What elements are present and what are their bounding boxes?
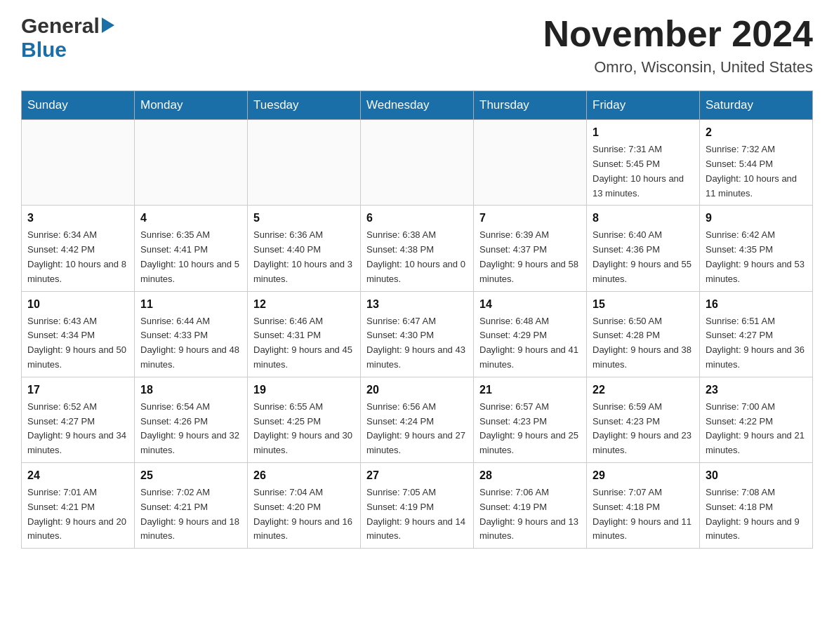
week-row-4: 17Sunrise: 6:52 AMSunset: 4:27 PMDayligh…	[22, 377, 813, 462]
day-info: Sunrise: 6:47 AMSunset: 4:30 PMDaylight:…	[366, 314, 468, 373]
day-info: Sunrise: 6:40 AMSunset: 4:36 PMDaylight:…	[593, 228, 694, 286]
week-row-5: 24Sunrise: 7:01 AMSunset: 4:21 PMDayligh…	[22, 462, 813, 548]
day-info: Sunrise: 6:48 AMSunset: 4:29 PMDaylight:…	[479, 314, 581, 373]
day-number: 21	[479, 382, 581, 398]
day-number: 30	[706, 467, 807, 484]
day-info: Sunrise: 6:51 AMSunset: 4:27 PMDaylight:…	[706, 314, 807, 373]
day-number: 23	[706, 382, 807, 398]
day-number: 15	[593, 296, 694, 313]
calendar-day-cell: 10Sunrise: 6:43 AMSunset: 4:34 PMDayligh…	[22, 291, 135, 377]
calendar-title: November 2024	[543, 14, 813, 54]
calendar-day-cell: 12Sunrise: 6:46 AMSunset: 4:31 PMDayligh…	[248, 291, 361, 377]
day-number: 18	[140, 382, 241, 398]
week-row-2: 3Sunrise: 6:34 AMSunset: 4:42 PMDaylight…	[22, 206, 813, 291]
calendar-day-cell: 25Sunrise: 7:02 AMSunset: 4:21 PMDayligh…	[135, 462, 248, 548]
day-info: Sunrise: 6:34 AMSunset: 4:42 PMDaylight:…	[27, 228, 128, 286]
week-row-3: 10Sunrise: 6:43 AMSunset: 4:34 PMDayligh…	[22, 291, 813, 377]
calendar-day-cell: 20Sunrise: 6:56 AMSunset: 4:24 PMDayligh…	[361, 377, 474, 462]
day-number: 25	[140, 467, 241, 484]
logo-general-text: General	[21, 14, 100, 38]
day-number: 14	[479, 296, 581, 313]
calendar-day-cell: 8Sunrise: 6:40 AMSunset: 4:36 PMDaylight…	[587, 206, 700, 291]
calendar-day-cell: 14Sunrise: 6:48 AMSunset: 4:29 PMDayligh…	[474, 291, 587, 377]
day-info: Sunrise: 6:39 AMSunset: 4:37 PMDaylight:…	[479, 228, 581, 286]
logo: General Blue	[21, 14, 114, 62]
header: General Blue November 2024 Omro, Wiscons…	[21, 14, 813, 76]
day-info: Sunrise: 7:31 AMSunset: 5:45 PMDaylight:…	[593, 142, 694, 201]
day-number: 28	[479, 467, 581, 484]
calendar-day-cell: 16Sunrise: 6:51 AMSunset: 4:27 PMDayligh…	[700, 291, 813, 377]
day-number: 13	[366, 296, 468, 313]
day-info: Sunrise: 6:59 AMSunset: 4:23 PMDaylight:…	[593, 400, 694, 458]
calendar-day-cell: 30Sunrise: 7:08 AMSunset: 4:18 PMDayligh…	[700, 462, 813, 548]
day-number: 2	[706, 124, 807, 141]
calendar-day-cell: 13Sunrise: 6:47 AMSunset: 4:30 PMDayligh…	[361, 291, 474, 377]
day-info: Sunrise: 7:08 AMSunset: 4:18 PMDaylight:…	[706, 485, 807, 544]
calendar-header-row: SundayMondayTuesdayWednesdayThursdayFrid…	[22, 91, 813, 120]
calendar-day-cell: 4Sunrise: 6:35 AMSunset: 4:41 PMDaylight…	[135, 206, 248, 291]
day-info: Sunrise: 7:07 AMSunset: 4:18 PMDaylight:…	[593, 485, 694, 544]
col-header-tuesday: Tuesday	[248, 91, 361, 120]
day-info: Sunrise: 7:01 AMSunset: 4:21 PMDaylight:…	[27, 485, 128, 544]
day-number: 17	[27, 382, 128, 398]
col-header-sunday: Sunday	[22, 91, 135, 120]
day-info: Sunrise: 7:00 AMSunset: 4:22 PMDaylight:…	[706, 400, 807, 458]
day-number: 27	[366, 467, 468, 484]
day-number: 7	[479, 210, 581, 227]
day-info: Sunrise: 6:38 AMSunset: 4:38 PMDaylight:…	[366, 228, 468, 286]
day-info: Sunrise: 7:06 AMSunset: 4:19 PMDaylight:…	[479, 485, 581, 544]
calendar-day-cell: 5Sunrise: 6:36 AMSunset: 4:40 PMDaylight…	[248, 206, 361, 291]
day-number: 9	[706, 210, 807, 227]
calendar-table: SundayMondayTuesdayWednesdayThursdayFrid…	[21, 90, 813, 549]
svg-marker-0	[102, 18, 114, 33]
calendar-day-cell: 28Sunrise: 7:06 AMSunset: 4:19 PMDayligh…	[474, 462, 587, 548]
calendar-day-cell: 24Sunrise: 7:01 AMSunset: 4:21 PMDayligh…	[22, 462, 135, 548]
col-header-friday: Friday	[587, 91, 700, 120]
day-info: Sunrise: 6:35 AMSunset: 4:41 PMDaylight:…	[140, 228, 241, 286]
day-info: Sunrise: 6:44 AMSunset: 4:33 PMDaylight:…	[140, 314, 241, 373]
calendar-day-cell: 27Sunrise: 7:05 AMSunset: 4:19 PMDayligh…	[361, 462, 474, 548]
day-number: 19	[253, 382, 355, 398]
calendar-day-cell: 19Sunrise: 6:55 AMSunset: 4:25 PMDayligh…	[248, 377, 361, 462]
calendar-day-cell: 22Sunrise: 6:59 AMSunset: 4:23 PMDayligh…	[587, 377, 700, 462]
calendar-subtitle: Omro, Wisconsin, United States	[543, 58, 813, 76]
col-header-saturday: Saturday	[700, 91, 813, 120]
day-number: 10	[27, 296, 128, 313]
calendar-day-cell: 17Sunrise: 6:52 AMSunset: 4:27 PMDayligh…	[22, 377, 135, 462]
col-header-wednesday: Wednesday	[361, 91, 474, 120]
day-number: 12	[253, 296, 355, 313]
day-info: Sunrise: 6:54 AMSunset: 4:26 PMDaylight:…	[140, 400, 241, 458]
col-header-monday: Monday	[135, 91, 248, 120]
calendar-day-cell: 9Sunrise: 6:42 AMSunset: 4:35 PMDaylight…	[700, 206, 813, 291]
calendar-day-cell	[135, 120, 248, 206]
day-number: 20	[366, 382, 468, 398]
calendar-day-cell: 29Sunrise: 7:07 AMSunset: 4:18 PMDayligh…	[587, 462, 700, 548]
week-row-1: 1Sunrise: 7:31 AMSunset: 5:45 PMDaylight…	[22, 120, 813, 206]
day-number: 1	[593, 124, 694, 141]
calendar-day-cell: 2Sunrise: 7:32 AMSunset: 5:44 PMDaylight…	[700, 120, 813, 206]
day-number: 3	[27, 210, 128, 227]
day-number: 16	[706, 296, 807, 313]
day-info: Sunrise: 6:55 AMSunset: 4:25 PMDaylight:…	[253, 400, 355, 458]
day-number: 11	[140, 296, 241, 313]
col-header-thursday: Thursday	[474, 91, 587, 120]
calendar-day-cell: 1Sunrise: 7:31 AMSunset: 5:45 PMDaylight…	[587, 120, 700, 206]
calendar-day-cell: 15Sunrise: 6:50 AMSunset: 4:28 PMDayligh…	[587, 291, 700, 377]
day-info: Sunrise: 7:04 AMSunset: 4:20 PMDaylight:…	[253, 485, 355, 544]
calendar-day-cell: 6Sunrise: 6:38 AMSunset: 4:38 PMDaylight…	[361, 206, 474, 291]
calendar-day-cell: 3Sunrise: 6:34 AMSunset: 4:42 PMDaylight…	[22, 206, 135, 291]
day-number: 5	[253, 210, 355, 227]
day-number: 26	[253, 467, 355, 484]
day-info: Sunrise: 6:42 AMSunset: 4:35 PMDaylight:…	[706, 228, 807, 286]
day-number: 6	[366, 210, 468, 227]
day-info: Sunrise: 6:36 AMSunset: 4:40 PMDaylight:…	[253, 228, 355, 286]
calendar-day-cell	[474, 120, 587, 206]
day-info: Sunrise: 6:50 AMSunset: 4:28 PMDaylight:…	[593, 314, 694, 373]
title-area: November 2024 Omro, Wisconsin, United St…	[543, 14, 813, 76]
day-info: Sunrise: 7:02 AMSunset: 4:21 PMDaylight:…	[140, 485, 241, 544]
calendar-day-cell	[248, 120, 361, 206]
day-info: Sunrise: 6:52 AMSunset: 4:27 PMDaylight:…	[27, 400, 128, 458]
day-info: Sunrise: 6:43 AMSunset: 4:34 PMDaylight:…	[27, 314, 128, 373]
logo-triangle-icon	[102, 18, 114, 36]
day-number: 29	[593, 467, 694, 484]
